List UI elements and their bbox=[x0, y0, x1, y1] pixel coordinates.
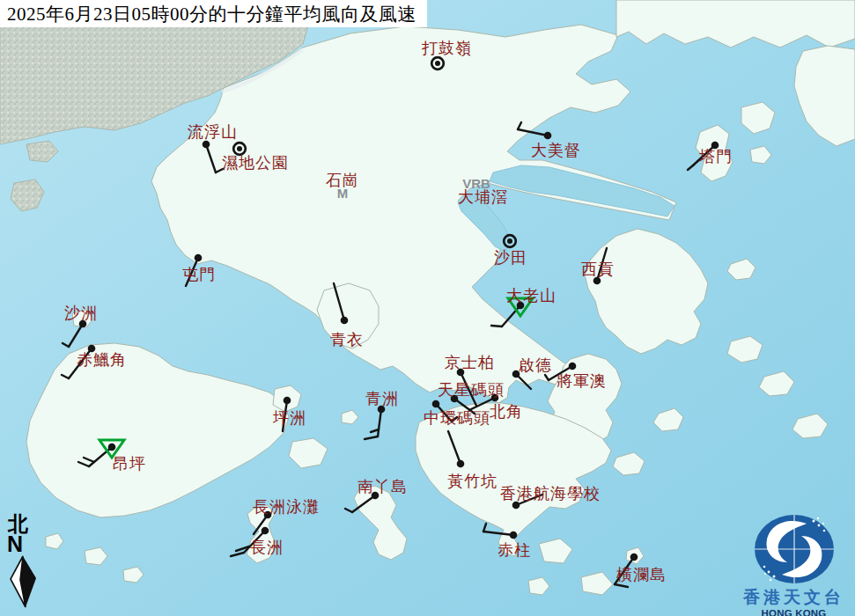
station-dot-lau-fau-shan bbox=[203, 141, 210, 149]
station-dot-central-pier bbox=[432, 400, 440, 408]
station-dot-tai-mei-tuk bbox=[544, 132, 552, 140]
map-title: 2025年6月23日05時00分的十分鐘平均風向及風速 bbox=[7, 2, 416, 26]
station-dot-kings-park bbox=[457, 369, 465, 377]
compass-letter-label: N bbox=[5, 534, 39, 555]
station-dot-kai-tak bbox=[512, 370, 520, 378]
station-dot-ngong-ping bbox=[108, 444, 116, 451]
gray-code-marker-tai-po-kau: VRB bbox=[462, 176, 490, 191]
station-dot-lamma-island bbox=[372, 492, 380, 500]
hko-logo-english: HONG KONG OBSERVATORY bbox=[733, 607, 855, 616]
station-dot-wong-chuk-hang bbox=[457, 460, 465, 468]
station-dot-tsing-yi bbox=[341, 317, 349, 325]
station-dot-waglan-island bbox=[630, 554, 638, 561]
station-dot-sha-tin bbox=[507, 238, 512, 244]
station-dot-hk-sea-school bbox=[512, 502, 520, 510]
station-dot-ta-kwu-ling bbox=[435, 61, 440, 66]
station-dot-tseung-kwan-o bbox=[569, 363, 577, 370]
hko-emblem-icon bbox=[733, 512, 855, 584]
wind-barb-feather-tates-cairn-0 bbox=[491, 326, 502, 326]
station-dot-green-island bbox=[378, 406, 386, 414]
station-dot-star-ferry bbox=[451, 395, 459, 403]
station-dot-peng-chau bbox=[284, 397, 291, 405]
station-dot-sai-kung bbox=[593, 277, 601, 285]
station-dot-tap-mun bbox=[711, 142, 719, 150]
station-dot-tuen-mun bbox=[195, 254, 203, 262]
station-dot-cheung-chau-beach bbox=[264, 511, 272, 519]
station-dot-tates-cairn bbox=[517, 302, 525, 310]
hko-logo-chinese: 香港天文台 bbox=[733, 588, 855, 607]
landmass-mirs-bay-north bbox=[616, 0, 855, 48]
gray-code-marker-shek-kong: M bbox=[337, 186, 349, 201]
north-compass: 北 N bbox=[5, 514, 39, 613]
hko-logo: 香港天文台 HONG KONG OBSERVATORY bbox=[733, 512, 855, 616]
wind-map-page: MVRB 打鼓嶺流浮山濕地公園石崗大埔滘大美督塔門沙田屯門沙洲赤鱲角西貢大老山青… bbox=[0, 0, 855, 616]
station-dot-cheung-chau bbox=[262, 527, 269, 535]
station-dot-wetland-park bbox=[237, 146, 242, 151]
station-dot-sha-chau bbox=[79, 320, 87, 328]
island-tap-mun bbox=[696, 125, 733, 181]
station-dot-chek-lap-kok bbox=[88, 345, 96, 353]
title-bar: 2025年6月23日05時00分的十分鐘平均風向及風速 bbox=[0, 0, 427, 27]
compass-needle-icon bbox=[5, 555, 39, 610]
map-canvas: MVRB bbox=[0, 0, 855, 616]
station-dot-stanley bbox=[510, 532, 518, 539]
station-dot-north-point bbox=[491, 394, 499, 402]
